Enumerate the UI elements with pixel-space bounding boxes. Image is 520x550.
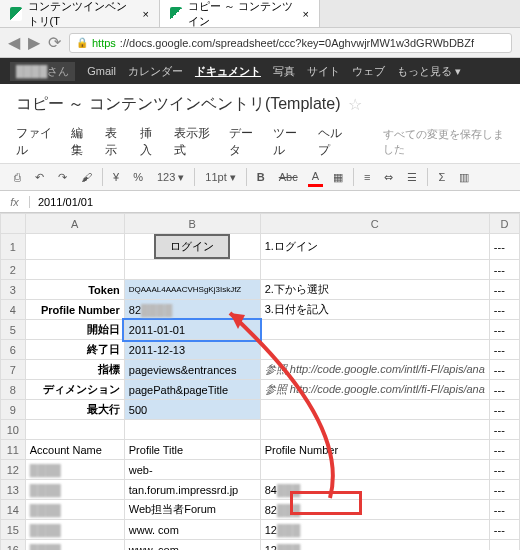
cell[interactable]: --- [489, 320, 519, 340]
cell[interactable]: --- [489, 260, 519, 280]
cell[interactable]: --- [489, 540, 519, 551]
cell[interactable]: www. com [124, 540, 260, 551]
row-header[interactable]: 9 [1, 400, 26, 420]
close-icon[interactable]: × [143, 8, 149, 20]
row-header[interactable]: 6 [1, 340, 26, 360]
row-header[interactable]: 4 [1, 300, 26, 320]
cell[interactable]: DQAAAL4AAACVHSgKj3IskJfZ [124, 280, 260, 300]
row-header[interactable]: 10 [1, 420, 26, 440]
forward-button[interactable]: ▶ [28, 33, 40, 52]
login-button[interactable]: ログイン [154, 234, 230, 259]
cell[interactable]: --- [489, 360, 519, 380]
cell[interactable]: 2.下から選択 [260, 280, 489, 300]
browser-tab-1[interactable]: コピー ～ コンテンツイン× [160, 0, 320, 27]
cell[interactable]: ディメンション [25, 380, 124, 400]
cell[interactable]: 82 [265, 504, 277, 516]
active-cell[interactable]: 2011-01-01 [124, 320, 260, 340]
fillcolor-button[interactable]: ▦ [329, 169, 347, 186]
col-header-a[interactable]: A [25, 214, 124, 234]
row-header[interactable]: 5 [1, 320, 26, 340]
merge-button[interactable]: ⇔ [380, 169, 397, 186]
wrap-button[interactable]: ☰ [403, 169, 421, 186]
cell[interactable]: --- [489, 280, 519, 300]
cell[interactable]: Account Name [25, 440, 124, 460]
fx-input[interactable]: 2011/01/01 [30, 196, 101, 208]
redo-button[interactable]: ↷ [54, 169, 71, 186]
undo-button[interactable]: ↶ [31, 169, 48, 186]
cell[interactable]: --- [489, 420, 519, 440]
close-icon[interactable]: × [303, 8, 309, 20]
cell[interactable]: tan.forum.impressrd.jp [124, 480, 260, 500]
row-header[interactable]: 15 [1, 520, 26, 540]
cell[interactable]: 終了日 [25, 340, 124, 360]
cell[interactable]: web- [124, 460, 260, 480]
spreadsheet-grid[interactable]: A B C D 1ログイン1.ログイン--- 2--- 3TokenDQAAAL… [0, 213, 520, 550]
doc-title[interactable]: コピー ～ コンテンツインベントリ(Template) [16, 94, 340, 115]
gbar-calendar[interactable]: カレンダー [128, 64, 183, 79]
cell[interactable]: --- [489, 400, 519, 420]
row-header[interactable]: 16 [1, 540, 26, 551]
cell[interactable]: 3.日付を記入 [260, 300, 489, 320]
gbar-more[interactable]: もっと見る ▾ [397, 64, 461, 79]
menu-view[interactable]: 表示 [105, 125, 125, 159]
cell[interactable]: ████ [25, 500, 124, 520]
cell[interactable]: 開始日 [25, 320, 124, 340]
cell[interactable]: Profile Number [260, 440, 489, 460]
cell[interactable]: 12 [265, 544, 277, 551]
cell[interactable]: 最大行 [25, 400, 124, 420]
cell[interactable]: pageviews&entrances [124, 360, 260, 380]
reload-button[interactable]: ⟳ [48, 33, 61, 52]
back-button[interactable]: ◀ [8, 33, 20, 52]
menu-format[interactable]: 表示形式 [174, 125, 215, 159]
cell[interactable]: 指標 [25, 360, 124, 380]
url-input[interactable]: 🔒 https://docs.google.com/spreadsheet/cc… [69, 33, 512, 53]
row-header[interactable]: 8 [1, 380, 26, 400]
gbar-gmail[interactable]: Gmail [87, 65, 116, 77]
menu-tools[interactable]: ツール [273, 125, 304, 159]
cell[interactable]: --- [489, 460, 519, 480]
cell[interactable]: --- [489, 440, 519, 460]
bold-button[interactable]: B [253, 169, 269, 185]
gbar-web[interactable]: ウェブ [352, 64, 385, 79]
cell[interactable]: Profile Title [124, 440, 260, 460]
row-header[interactable]: 14 [1, 500, 26, 520]
percent-button[interactable]: % [129, 169, 147, 185]
cell[interactable]: ████ [25, 540, 124, 551]
cell[interactable]: 500 [124, 400, 260, 420]
cell[interactable]: 2011-12-13 [124, 340, 260, 360]
menu-data[interactable]: データ [229, 125, 260, 159]
cell[interactable]: 12 [265, 524, 277, 536]
cell[interactable]: --- [489, 300, 519, 320]
fontsize-select[interactable]: 11pt ▾ [201, 169, 239, 186]
cell[interactable]: Profile Number [25, 300, 124, 320]
cell[interactable]: 参照 http://code.google.com/intl/fi-FI/api… [260, 380, 489, 400]
cell[interactable]: ████ [25, 520, 124, 540]
row-header[interactable]: 1 [1, 234, 26, 260]
cell[interactable]: --- [489, 520, 519, 540]
star-icon[interactable]: ☆ [348, 95, 362, 114]
cell[interactable]: pagePath&pageTitle [124, 380, 260, 400]
col-header-d[interactable]: D [489, 214, 519, 234]
cell[interactable]: --- [489, 234, 519, 260]
menu-help[interactable]: ヘルプ [318, 125, 349, 159]
paint-button[interactable]: 🖌 [77, 169, 96, 185]
print-button[interactable]: ⎙ [10, 169, 25, 185]
col-header-c[interactable]: C [260, 214, 489, 234]
currency-button[interactable]: ¥ [109, 169, 123, 185]
cell[interactable]: 82 [129, 304, 141, 316]
cell[interactable]: Web担当者Forum [124, 500, 260, 520]
cell[interactable]: --- [489, 480, 519, 500]
cell[interactable]: 84 [265, 484, 277, 496]
row-header[interactable]: 13 [1, 480, 26, 500]
row-header[interactable]: 11 [1, 440, 26, 460]
gbar-documents[interactable]: ドキュメント [195, 64, 261, 79]
row-header[interactable]: 2 [1, 260, 26, 280]
cell[interactable]: --- [489, 500, 519, 520]
menu-insert[interactable]: 挿入 [140, 125, 160, 159]
formula-button[interactable]: Σ [434, 169, 449, 185]
decimals-button[interactable]: 123 ▾ [153, 169, 188, 186]
menu-file[interactable]: ファイル [16, 125, 57, 159]
strike-button[interactable]: Abc [275, 169, 302, 185]
row-header[interactable]: 3 [1, 280, 26, 300]
cell[interactable]: ████ [25, 480, 124, 500]
